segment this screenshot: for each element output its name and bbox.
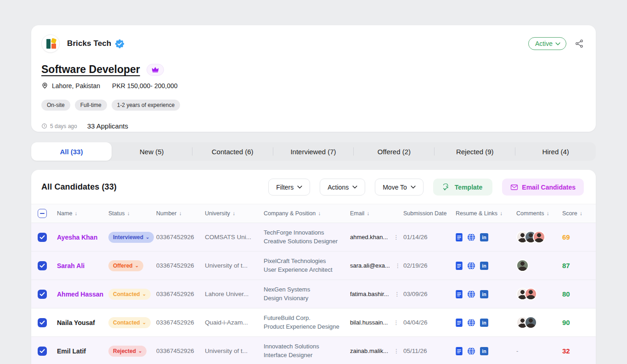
portfolio-globe-icon[interactable] xyxy=(467,233,475,241)
status-dropdown[interactable]: Contacted⌄ xyxy=(108,317,151,328)
candidate-row[interactable]: Ahmed Hassan Contacted⌄ 03367452926 Laho… xyxy=(31,280,596,308)
job-status-dropdown[interactable]: Active xyxy=(528,37,566,50)
status-dropdown[interactable]: Interviewed⌄ xyxy=(108,232,154,243)
sort-arrow-icon[interactable]: ↓ xyxy=(74,210,77,217)
submission-date: 03/09/26 xyxy=(403,291,452,297)
header-company: Company & Position↓ xyxy=(264,210,350,217)
resume-file-icon[interactable] xyxy=(456,290,463,298)
sort-arrow-icon[interactable]: ↓ xyxy=(500,210,503,217)
portfolio-globe-icon[interactable] xyxy=(467,319,475,327)
comments-empty: - xyxy=(512,347,558,354)
resume-file-icon[interactable] xyxy=(456,233,463,241)
posted-ago: 5 days ago xyxy=(50,123,77,129)
crown-icon xyxy=(152,67,159,73)
status-dropdown[interactable]: Rejected⌄ xyxy=(108,346,147,357)
candidate-row[interactable]: Naila Yousaf Contacted⌄ 03367452926 Quai… xyxy=(31,308,596,337)
email-more-icon[interactable]: ⋮ xyxy=(395,291,400,297)
tab-interviewed[interactable]: Interviewed (7) xyxy=(273,142,354,161)
row-checkbox[interactable] xyxy=(38,233,47,242)
whatsapp-template-button[interactable]: Template xyxy=(433,179,492,196)
portfolio-globe-icon[interactable] xyxy=(467,290,475,298)
row-checkbox[interactable] xyxy=(38,261,47,270)
whatsapp-icon xyxy=(443,183,451,191)
candidate-name-link[interactable]: Sarah Ali xyxy=(57,262,85,269)
sort-arrow-icon[interactable]: ↓ xyxy=(580,210,582,217)
email-candidates-button[interactable]: Email Candidates xyxy=(502,179,584,196)
sort-arrow-icon[interactable]: ↓ xyxy=(127,210,130,217)
linkedin-icon[interactable]: in xyxy=(480,262,488,270)
filters-button[interactable]: Filters xyxy=(268,179,310,196)
actions-label: Actions xyxy=(328,184,349,191)
job-title: Software Developer xyxy=(41,63,140,76)
header-email: Email↓ xyxy=(350,210,403,217)
company-name: Bricks Tech xyxy=(67,39,111,48)
candidate-row[interactable]: Sarah Ali Offered⌄ 03367452926 Universit… xyxy=(31,252,596,280)
comments-avatars[interactable] xyxy=(512,259,558,272)
sort-arrow-icon[interactable]: ↓ xyxy=(318,210,321,217)
candidate-email: sara.ali@exa... xyxy=(350,262,390,269)
sort-arrow-icon[interactable]: ↓ xyxy=(232,210,235,217)
submission-date: 05/11/26 xyxy=(403,347,452,354)
row-checkbox[interactable] xyxy=(38,318,47,327)
job-location: Lahore, Pakistan xyxy=(52,82,100,90)
tab-rejected[interactable]: Rejected (9) xyxy=(435,142,515,161)
email-more-icon[interactable]: ⋮ xyxy=(394,348,399,354)
tab-new[interactable]: New (5) xyxy=(112,142,192,161)
company-logo xyxy=(41,34,60,53)
row-checkbox[interactable] xyxy=(38,290,47,299)
linkedin-icon[interactable]: in xyxy=(480,347,488,355)
sort-arrow-icon[interactable]: ↓ xyxy=(179,210,181,217)
candidate-number: 03367452926 xyxy=(156,291,205,297)
candidate-row[interactable]: Emil Latif Rejected⌄ 03367452926 Univers… xyxy=(31,337,596,364)
chevron-down-icon: ⌄ xyxy=(138,348,142,353)
comments-avatars[interactable] xyxy=(512,316,558,329)
move-to-button[interactable]: Move To xyxy=(375,179,424,196)
status-dropdown[interactable]: Contacted⌄ xyxy=(108,289,151,300)
comments-avatars[interactable] xyxy=(512,288,558,300)
portfolio-globe-icon[interactable] xyxy=(467,347,475,355)
email-more-icon[interactable]: ⋮ xyxy=(395,263,401,269)
candidate-university: University of t... xyxy=(205,262,264,269)
share-button[interactable] xyxy=(575,39,584,48)
tab-hired[interactable]: Hired (4) xyxy=(515,142,596,161)
submission-date: 02/19/26 xyxy=(403,262,452,269)
candidate-name-link[interactable]: Emil Latif xyxy=(57,347,86,355)
candidate-score: 80 xyxy=(558,290,596,298)
tab-offered[interactable]: Offered (2) xyxy=(354,142,434,161)
header-score: Score↓ xyxy=(558,210,596,217)
resume-file-icon[interactable] xyxy=(456,319,463,327)
candidate-name-link[interactable]: Ahmed Hassan xyxy=(57,291,103,298)
sort-arrow-icon[interactable]: ↓ xyxy=(546,210,549,217)
candidate-company-position: PixelCraft TechnologiesUser Experience A… xyxy=(264,257,350,274)
candidates-title: All Candidates (33) xyxy=(41,182,117,192)
status-dropdown[interactable]: Offered⌄ xyxy=(108,260,143,271)
tab-contacted[interactable]: Contacted (6) xyxy=(192,142,273,161)
header-status: Status↓ xyxy=(108,210,156,217)
logo-brick-yellow xyxy=(51,38,57,44)
candidate-row[interactable]: Ayesha Khan Interviewed⌄ 03367452926 COM… xyxy=(31,223,596,252)
select-all-checkbox[interactable] xyxy=(38,209,47,218)
job-salary: PKR 150,000- 200,000 xyxy=(112,82,177,90)
sort-arrow-icon[interactable]: ↓ xyxy=(367,210,369,217)
linkedin-icon[interactable]: in xyxy=(480,233,488,241)
linkedin-icon[interactable]: in xyxy=(480,319,488,327)
candidate-email: zainab.malik... xyxy=(350,347,388,354)
actions-button[interactable]: Actions xyxy=(320,179,365,196)
tab-all[interactable]: All (33) xyxy=(31,142,112,161)
applicants-count: 33 Applicants xyxy=(87,122,128,130)
candidate-name-link[interactable]: Ayesha Khan xyxy=(57,234,97,241)
linkedin-icon[interactable]: in xyxy=(480,290,488,298)
portfolio-globe-icon[interactable] xyxy=(467,262,475,270)
candidate-name-link[interactable]: Naila Yousaf xyxy=(57,319,95,326)
email-more-icon[interactable]: ⋮ xyxy=(393,319,399,326)
job-summary-card: Bricks Tech Active xyxy=(31,25,596,132)
submission-date: 01/14/26 xyxy=(403,234,452,241)
candidate-university: Quaid-i-Azam... xyxy=(205,319,264,326)
resume-file-icon[interactable] xyxy=(456,262,463,270)
comments-avatars[interactable] xyxy=(512,231,558,243)
row-checkbox[interactable] xyxy=(38,347,47,356)
resume-file-icon[interactable] xyxy=(456,347,463,355)
candidate-university: Lahore Univer... xyxy=(205,291,264,297)
email-more-icon[interactable]: ⋮ xyxy=(393,234,399,241)
job-status-label: Active xyxy=(535,40,553,47)
